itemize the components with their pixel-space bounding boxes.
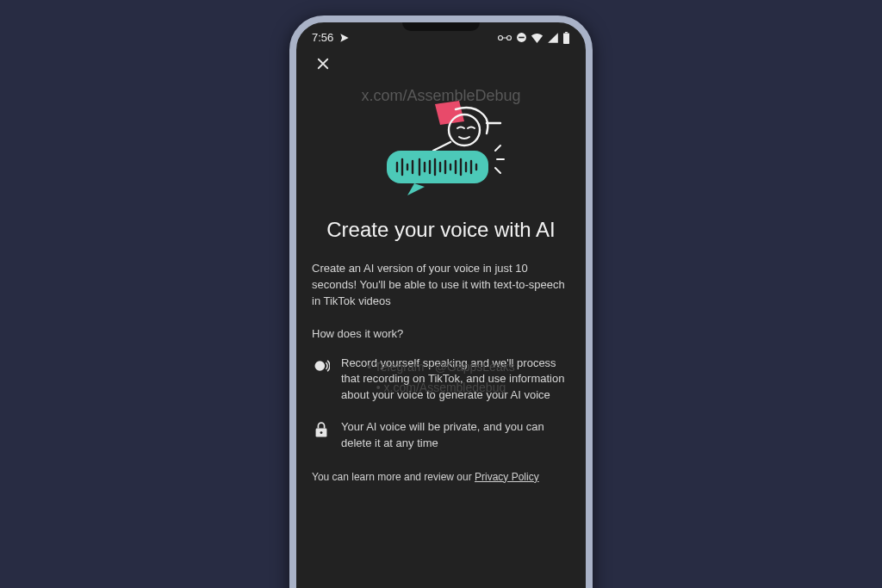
close-button[interactable] [312, 53, 334, 78]
svg-point-0 [499, 35, 503, 40]
svg-point-27 [315, 361, 326, 371]
svg-point-29 [320, 431, 323, 434]
footer-note: You can learn more and review our Privac… [312, 471, 570, 483]
signal-icon [547, 33, 559, 43]
lock-icon [312, 419, 331, 452]
modal-description: Create an AI version of your voice in ju… [312, 261, 570, 310]
list-item: Record yourself speaking and we'll proce… [312, 356, 570, 405]
battery-icon [562, 32, 570, 44]
svg-rect-5 [565, 32, 568, 33]
modal-title: Create your voice with AI [312, 218, 570, 242]
privacy-policy-link[interactable]: Privacy Policy [475, 471, 539, 483]
svg-point-6 [449, 115, 480, 145]
modal-subheading: How does it work? [312, 327, 570, 340]
phone-notch [402, 22, 480, 31]
phone-frame: 7:56 [289, 15, 593, 588]
bullet-text: Record yourself speaking and we'll proce… [341, 356, 570, 405]
status-time: 7:56 [312, 31, 333, 44]
svg-point-1 [507, 35, 512, 40]
bullet-text: Your AI voice will be private, and you c… [341, 419, 570, 452]
wifi-icon [531, 33, 543, 43]
app-screen: x.com/AssembleDebug [296, 47, 586, 500]
svg-rect-3 [519, 37, 525, 39]
list-item: Your AI voice will be private, and you c… [312, 419, 570, 452]
notification-icon [339, 32, 351, 44]
dnd-icon [516, 32, 527, 43]
vpn-icon [497, 34, 512, 42]
voice-icon [312, 356, 331, 405]
footer-prefix: You can learn more and review our [312, 471, 475, 483]
close-icon [315, 54, 331, 76]
svg-rect-4 [563, 33, 569, 44]
svg-line-24 [495, 145, 500, 151]
hero-illustration [312, 99, 570, 202]
svg-line-26 [495, 168, 500, 173]
